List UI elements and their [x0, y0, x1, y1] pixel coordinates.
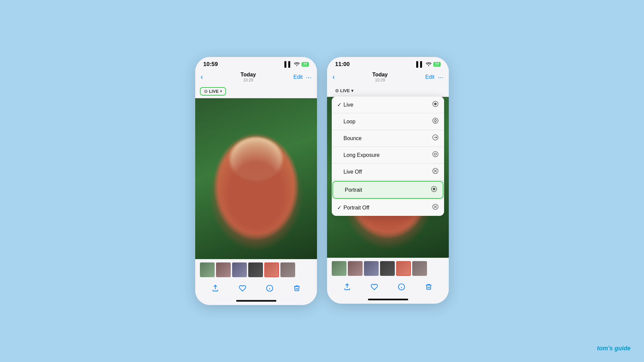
left-nav-title: Today	[240, 72, 256, 78]
right-thumb-6[interactable]	[412, 261, 427, 276]
left-live-chevron: ▾	[220, 89, 222, 94]
left-more-button[interactable]: ···	[306, 73, 312, 81]
left-home-indicator	[195, 298, 317, 305]
left-photo-face	[195, 98, 317, 259]
left-wifi-icon	[294, 61, 300, 67]
left-photo	[195, 98, 317, 259]
left-home-bar	[236, 300, 276, 302]
left-thumb-3[interactable]	[232, 262, 247, 277]
menu-item-live-off[interactable]: ✓ Live Off	[332, 164, 444, 180]
left-back-button[interactable]: ‹	[201, 73, 203, 81]
left-thumb-1[interactable]	[200, 262, 215, 277]
right-time: 11:00	[335, 61, 350, 68]
right-thumbnail-strip	[327, 258, 449, 279]
right-nav-bar: ‹ Today 10:29 Edit ···	[327, 70, 449, 84]
right-thumb-2[interactable]	[348, 261, 363, 276]
left-battery: 77	[302, 62, 309, 67]
right-live-label: LIVE	[340, 88, 350, 93]
menu-item-live[interactable]: ✓ Live	[332, 97, 444, 113]
toms-guide-watermark: tom's guide	[597, 345, 631, 352]
left-thumb-4[interactable]	[248, 262, 263, 277]
screenshots-container: 10:59 ▌▌ 77 ‹ Today 10:29	[195, 57, 449, 305]
svg-point-7	[433, 152, 438, 157]
left-bottom-toolbar	[195, 281, 317, 298]
loop-item-icon	[432, 117, 439, 126]
menu-item-loop[interactable]: ✓ Loop	[332, 113, 444, 130]
left-nav-subtitle: 10:29	[240, 78, 256, 82]
left-edit-button[interactable]: Edit	[293, 74, 303, 80]
portrait-off-label: Portrait Off	[343, 205, 369, 211]
right-trash-button[interactable]	[425, 283, 432, 293]
right-status-bar: 11:00 ▌▌ 77	[327, 57, 449, 70]
portrait-off-check: ✓	[337, 204, 341, 211]
live-off-item-icon	[432, 168, 439, 176]
right-nav-title: Today	[372, 72, 388, 78]
right-nav-actions: Edit ···	[425, 73, 443, 81]
left-thumb-2[interactable]	[216, 262, 231, 277]
live-item-icon	[432, 101, 439, 109]
left-thumb-5[interactable]	[264, 262, 279, 277]
right-thumb-4[interactable]	[380, 261, 395, 276]
left-thumbnail-strip	[195, 259, 317, 281]
left-share-button[interactable]	[212, 285, 219, 294]
right-battery: 77	[433, 62, 441, 67]
right-info-button[interactable]	[398, 283, 405, 293]
left-status-bar: 10:59 ▌▌ 77	[195, 57, 317, 70]
right-dropdown-menu: ✓ Live ✓ Loop	[332, 97, 444, 216]
left-signal-icon: ▌▌	[284, 61, 292, 67]
svg-point-13	[433, 188, 435, 190]
bounce-label: Bounce	[343, 135, 362, 141]
left-nav-center: Today 10:29	[240, 72, 256, 82]
right-bottom-toolbar	[327, 279, 449, 297]
left-live-badge-container: ⊙ LIVE ▾	[195, 84, 317, 98]
svg-point-4	[434, 103, 436, 105]
left-heart-button[interactable]	[239, 285, 246, 294]
right-phone: 11:00 ▌▌ 77 ‹ Today 10:29	[327, 57, 449, 304]
right-signal-icon: ▌▌	[416, 61, 424, 67]
portrait-label: Portrait	[345, 187, 362, 193]
bounce-item-icon	[432, 134, 439, 142]
right-share-button[interactable]	[343, 283, 351, 293]
left-live-icon: ⊙	[204, 89, 208, 94]
left-nav-bar: ‹ Today 10:29 Edit ···	[195, 70, 317, 84]
right-nav-subtitle: 10:29	[372, 78, 388, 82]
left-nav-actions: Edit ···	[293, 73, 312, 81]
menu-item-long-exposure[interactable]: ✓ Long Exposure	[332, 147, 444, 164]
right-live-chevron: ▾	[351, 88, 354, 93]
right-status-icons: ▌▌ 77	[416, 61, 441, 67]
live-check: ✓	[337, 102, 341, 108]
left-live-label: LIVE	[209, 89, 219, 94]
left-time: 10:59	[203, 61, 218, 68]
right-home-bar	[368, 299, 408, 300]
watermark-text: tom's guide	[597, 345, 631, 352]
right-heart-button[interactable]	[371, 283, 378, 293]
menu-item-portrait[interactable]: ✓ Portrait	[332, 181, 443, 199]
right-thumb-1[interactable]	[332, 261, 346, 276]
svg-point-8	[434, 153, 436, 155]
portrait-item-icon	[431, 186, 437, 194]
left-status-icons: ▌▌ 77	[284, 61, 309, 67]
left-live-badge[interactable]: ⊙ LIVE ▾	[200, 87, 226, 96]
left-thumb-6[interactable]	[280, 262, 295, 277]
right-live-badge-container: ⊙ LIVE ▾	[327, 84, 449, 97]
right-home-indicator	[327, 297, 449, 304]
left-info-button[interactable]	[266, 285, 273, 294]
menu-item-bounce[interactable]: ✓ Bounce	[332, 130, 444, 147]
left-photo-overlay	[195, 98, 317, 259]
right-more-button[interactable]: ···	[438, 73, 443, 81]
loop-label: Loop	[343, 119, 356, 125]
live-off-label: Live Off	[343, 169, 362, 175]
right-thumb-3[interactable]	[364, 261, 379, 276]
long-exposure-label: Long Exposure	[343, 152, 380, 158]
right-live-icon: ⊙	[335, 88, 339, 93]
live-label: Live	[343, 102, 353, 108]
right-edit-button[interactable]: Edit	[425, 74, 435, 80]
right-back-button[interactable]: ‹	[332, 73, 335, 81]
right-wifi-icon	[426, 61, 431, 67]
menu-item-portrait-off[interactable]: ✓ Portrait Off	[332, 199, 444, 216]
right-live-badge[interactable]: ⊙ LIVE ▾	[332, 87, 357, 94]
right-thumb-5[interactable]	[396, 261, 411, 276]
long-exposure-item-icon	[432, 151, 439, 159]
left-trash-button[interactable]	[293, 285, 301, 294]
left-phone: 10:59 ▌▌ 77 ‹ Today 10:29	[195, 57, 317, 305]
